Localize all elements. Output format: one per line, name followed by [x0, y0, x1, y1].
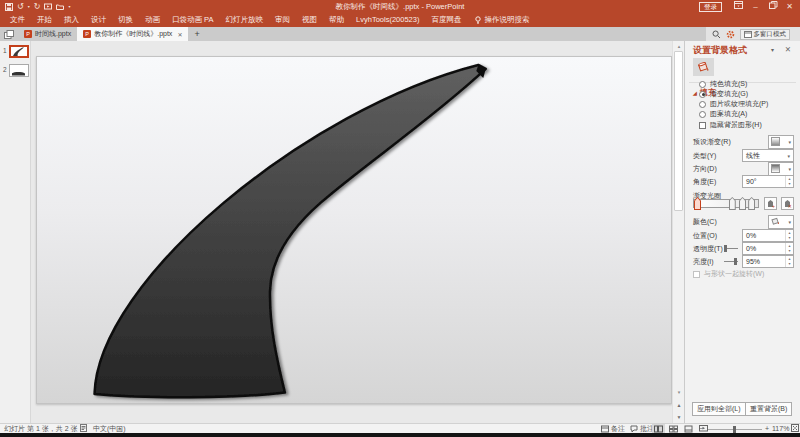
radio-solid-fill[interactable] [699, 81, 706, 88]
ribbon-tab-lvyhtools[interactable]: LvyhTools(200523) [350, 13, 425, 27]
ribbon-tab-review[interactable]: 审阅 [269, 13, 296, 27]
zoom-slider-thumb[interactable] [733, 426, 736, 433]
panel-options-caret-icon[interactable]: ▾ [771, 46, 774, 53]
brightness-spinner[interactable]: 95%▴▾ [742, 255, 794, 268]
checkbox-rotate-with-shape [693, 271, 700, 278]
gradient-preview-icon [771, 137, 780, 146]
scrollbar-thumb[interactable] [674, 51, 683, 211]
fit-to-window-icon[interactable] [791, 424, 799, 432]
start-slideshow-icon[interactable] [44, 3, 52, 11]
option-solid-fill[interactable]: 纯色填充(S) [699, 79, 747, 89]
option-picture-fill[interactable]: 图片或纹理填充(P) [699, 99, 768, 109]
brightness-slider[interactable] [724, 261, 738, 262]
tell-me-search[interactable]: 操作说明搜索 [467, 15, 537, 25]
reset-background-button[interactable]: 重置背景(B) [745, 402, 792, 416]
ribbon-display-options-icon[interactable] [730, 0, 747, 13]
add-gradient-stop-button[interactable]: + [764, 197, 777, 210]
notes-button[interactable]: 备注 [601, 424, 625, 433]
direction-dropdown[interactable]: ▾ [768, 162, 794, 176]
radio-gradient-fill[interactable] [699, 91, 706, 98]
normal-view-button[interactable] [652, 424, 665, 433]
gradient-stop-2[interactable] [739, 197, 746, 210]
multi-window-mode-button[interactable]: 多窗口模式 [740, 29, 791, 40]
swoosh-shape[interactable] [37, 57, 671, 403]
gradient-stop-0[interactable] [694, 197, 701, 210]
save-icon[interactable] [5, 3, 13, 11]
type-dropdown[interactable]: 线性▾ [742, 149, 794, 162]
ribbon-tab-home[interactable]: 开始 [31, 13, 58, 27]
checkbox-hide-background[interactable] [699, 122, 706, 129]
type-label: 类型(Y) [693, 151, 716, 161]
panel-close-icon[interactable]: ✕ [785, 45, 791, 54]
type-row: 类型(Y) 线性▾ [693, 149, 794, 162]
spinner-arrows[interactable]: ▴▾ [785, 230, 793, 241]
ribbon-tab-pocket-animation[interactable]: 口袋动画 PA [166, 13, 220, 27]
slide-sorter-view-button[interactable] [667, 424, 680, 433]
zoom-in-button[interactable]: + [765, 424, 769, 433]
reading-view-button[interactable] [682, 424, 695, 433]
sign-in-button[interactable]: 登录 [699, 2, 722, 12]
window-title: 教你制作《时间线》.pptx - PowerPoint [200, 0, 600, 13]
new-tab-button[interactable]: + [188, 29, 205, 39]
spinner-arrows[interactable]: ▴▾ [785, 243, 793, 254]
zoom-percentage[interactable]: 117% [772, 424, 789, 433]
slide-canvas[interactable] [31, 41, 672, 423]
slide-editing-area[interactable] [36, 56, 672, 404]
option-hide-background[interactable]: 隐藏背景图形(H) [699, 120, 762, 130]
spinner-arrows[interactable]: ▴▾ [785, 176, 793, 187]
zoom-out-button[interactable]: − [699, 424, 703, 433]
restore-button[interactable] [764, 0, 781, 13]
apply-to-all-button[interactable]: 应用到全部(L) [692, 402, 746, 416]
radio-picture-fill[interactable] [699, 101, 706, 108]
ribbon-tab-insert[interactable]: 插入 [58, 13, 85, 27]
option-gradient-fill[interactable]: 渐变填充(G) [699, 89, 748, 99]
fill-tab-button[interactable] [693, 58, 714, 76]
gradient-stop-1[interactable] [729, 197, 736, 210]
undo-caret-icon[interactable]: ▾ [28, 0, 30, 13]
document-tab-2-active[interactable]: P 教你制作《时间线》.pptx ✕ [77, 27, 188, 41]
slide-1-thumbnail[interactable] [9, 45, 29, 58]
open-icon[interactable] [56, 3, 64, 11]
type-value: 线性 [746, 151, 760, 161]
redo-icon[interactable]: ↻ [34, 0, 41, 13]
undo-icon[interactable]: ↺ [17, 0, 24, 13]
close-button[interactable]: ✕ [781, 0, 798, 13]
slider-thumb[interactable] [724, 245, 727, 252]
minimize-button[interactable]: – [747, 0, 764, 13]
radio-pattern-fill[interactable] [699, 111, 706, 118]
powerpoint-file-icon: P [24, 30, 32, 38]
ribbon-tab-transitions[interactable]: 切换 [112, 13, 139, 27]
ribbon-tab-design[interactable]: 设计 [85, 13, 112, 27]
chevron-down-icon: ▾ [787, 153, 790, 159]
paint-bucket-icon [697, 61, 710, 73]
qat-customize-icon[interactable]: ▾ [68, 0, 70, 13]
option-pattern-fill[interactable]: 图案填充(A) [699, 109, 747, 119]
chevron-down-icon: ▾ [788, 166, 791, 172]
ribbon-tab-help[interactable]: 帮助 [323, 13, 350, 27]
document-tab-1[interactable]: P 时间线.pptx [18, 27, 77, 41]
zoom-slider[interactable] [708, 429, 762, 430]
angle-row: 角度(E) 90°▴▾ [693, 175, 794, 188]
slider-thumb[interactable] [734, 258, 737, 265]
notes-icon [601, 425, 609, 433]
language-indicator[interactable]: 中文(中国) [93, 424, 126, 433]
gradient-stop-3[interactable] [748, 197, 755, 210]
remove-gradient-stop-button[interactable]: ✕ [781, 197, 794, 210]
spinner-arrows[interactable]: ▴▾ [785, 256, 793, 267]
color-dropdown[interactable]: ▾ [768, 215, 794, 229]
preset-gradient-dropdown[interactable]: ▾ [768, 135, 794, 149]
ribbon-tab-animations[interactable]: 动画 [139, 13, 166, 27]
ribbon-tab-view[interactable]: 视图 [296, 13, 323, 27]
transparency-spinner[interactable]: 0%▴▾ [742, 242, 794, 255]
transparency-slider[interactable] [724, 248, 738, 249]
accessibility-icon[interactable] [80, 424, 87, 432]
position-spinner[interactable]: 0%▴▾ [742, 229, 794, 242]
angle-spinner[interactable]: 90°▴▾ [742, 175, 794, 188]
gradient-stops-slider[interactable] [693, 199, 759, 208]
ribbon-tab-baidu-netdisk[interactable]: 百度网盘 [425, 13, 467, 27]
ribbon-tab-slideshow[interactable]: 幻灯片放映 [220, 13, 270, 27]
comments-button[interactable]: 批注 [630, 424, 654, 433]
vertical-scrollbar[interactable]: ▴ ▾ ▲ ▼ [672, 41, 684, 423]
slide-2-thumbnail[interactable] [9, 64, 29, 77]
tab-close-icon[interactable]: ✕ [177, 31, 182, 38]
